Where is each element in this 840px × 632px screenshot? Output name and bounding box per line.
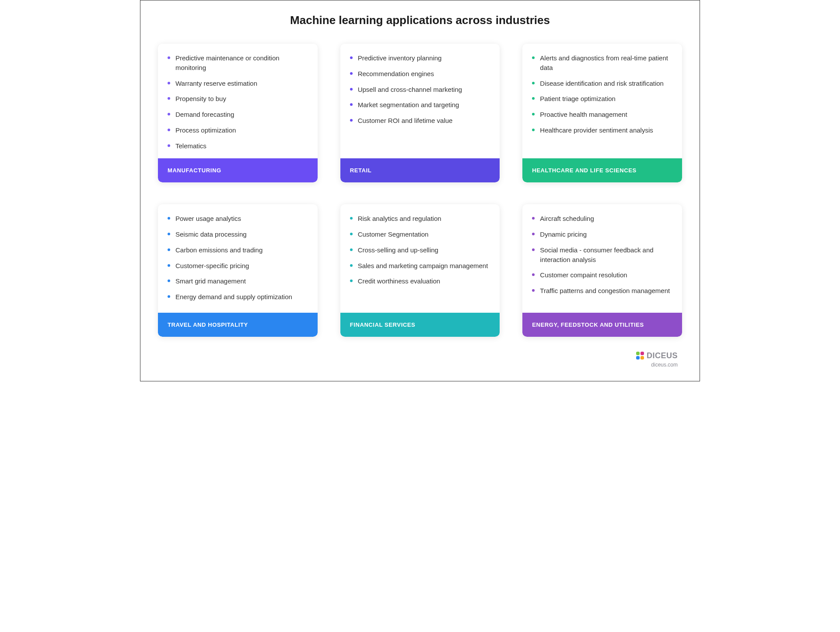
bullet-icon xyxy=(168,129,170,131)
list-item: Cross-selling and up-selling xyxy=(350,245,490,255)
list-item-text: Customer Segmentation xyxy=(358,230,429,238)
bullet-icon xyxy=(350,279,353,282)
brand-name: DICEUS xyxy=(647,351,678,360)
list-item: Warranty reserve estimation xyxy=(168,79,308,88)
list-item-text: Propensity to buy xyxy=(175,95,226,102)
list-item: Alerts and diagnostics from real-time pa… xyxy=(532,53,672,73)
list-item-text: Credit worthiness evaluation xyxy=(358,277,440,285)
bullet-icon xyxy=(168,279,170,282)
bullet-icon xyxy=(532,82,535,84)
list-item: Power usage analytics xyxy=(168,214,308,223)
list-item-text: Customer ROI and lifetime value xyxy=(358,117,453,124)
bullet-icon xyxy=(168,113,170,115)
list-item: Demand forecasting xyxy=(168,110,308,119)
list-item: Carbon emissions and trading xyxy=(168,245,308,255)
bullet-icon xyxy=(168,248,170,251)
card-list: Power usage analyticsSeismic data proces… xyxy=(168,214,308,302)
list-item-text: Demand forecasting xyxy=(175,111,234,118)
bullet-icon xyxy=(350,233,353,235)
list-item: Proactive health management xyxy=(532,110,672,119)
card-body: Predictive inventory planningRecommendat… xyxy=(340,44,500,158)
card-list: Predictive maintenance or condition moni… xyxy=(168,53,308,150)
bullet-icon xyxy=(532,129,535,131)
list-item-text: Customer compaint resolution xyxy=(540,271,627,279)
bullet-icon xyxy=(350,103,353,106)
bullet-icon xyxy=(168,56,170,59)
list-item: Social media - consumer feedback and int… xyxy=(532,245,672,265)
card: Predictive inventory planningRecommendat… xyxy=(340,44,500,182)
bullet-icon xyxy=(532,289,535,292)
list-item-text: Sales and marketing campaign management xyxy=(358,262,488,269)
list-item: Credit worthiness evaluation xyxy=(350,276,490,286)
bullet-icon xyxy=(350,119,353,122)
bullet-icon xyxy=(532,217,535,220)
card-body: Predictive maintenance or condition moni… xyxy=(158,44,318,158)
bullet-icon xyxy=(168,82,170,84)
card: Aircraft schedulingDynamic pricingSocial… xyxy=(522,204,682,337)
logo-dot-icon xyxy=(640,352,644,355)
list-item-text: Dynamic pricing xyxy=(540,230,587,238)
list-item-text: Energy demand and supply optimization xyxy=(175,293,292,300)
list-item: Risk analytics and regulation xyxy=(350,214,490,223)
list-item: Process optimization xyxy=(168,126,308,135)
list-item-text: Power usage analytics xyxy=(175,215,241,222)
card-footer-label: HEALTHCARE AND LIFE SCIENCES xyxy=(522,158,682,182)
card-list: Aircraft schedulingDynamic pricingSocial… xyxy=(532,214,672,296)
list-item-text: Telematics xyxy=(175,142,206,150)
list-item: Healthcare provider sentiment analysis xyxy=(532,126,672,135)
list-item: Energy demand and supply optimization xyxy=(168,292,308,302)
list-item-text: Alerts and diagnostics from real-time pa… xyxy=(540,54,668,71)
list-item-text: Smart grid management xyxy=(175,277,246,285)
bullet-icon xyxy=(350,264,353,267)
list-item-text: Aircraft scheduling xyxy=(540,215,594,222)
list-item: Telematics xyxy=(168,141,308,151)
list-item-text: Market segmentation and targeting xyxy=(358,101,459,108)
list-item-text: Patient triage optimization xyxy=(540,95,616,102)
logo-dot-icon xyxy=(640,356,644,360)
bullet-icon xyxy=(168,217,170,220)
list-item-text: Predictive inventory planning xyxy=(358,54,442,62)
bullet-icon xyxy=(350,56,353,59)
bullet-icon xyxy=(350,72,353,75)
bullet-icon xyxy=(532,233,535,235)
list-item: Seismic data processing xyxy=(168,230,308,239)
attribution: DICEUS diceus.com xyxy=(158,349,682,368)
card: Predictive maintenance or condition moni… xyxy=(158,44,318,182)
list-item-text: Process optimization xyxy=(175,126,236,134)
list-item: Customer Segmentation xyxy=(350,230,490,239)
list-item-text: Seismic data processing xyxy=(175,230,247,238)
bullet-icon xyxy=(532,56,535,59)
bullet-icon xyxy=(350,217,353,220)
list-item: Customer compaint resolution xyxy=(532,270,672,280)
list-item: Propensity to buy xyxy=(168,94,308,104)
list-item: Market segmentation and targeting xyxy=(350,100,490,110)
brand-logo: DICEUS xyxy=(636,351,678,360)
page-title: Machine learning applications across ind… xyxy=(158,14,682,27)
list-item-text: Cross-selling and up-selling xyxy=(358,246,438,254)
list-item-text: Traffic patterns and congestion manageme… xyxy=(540,287,670,294)
list-item-text: Predictive maintenance or condition moni… xyxy=(175,54,280,71)
list-item: Aircraft scheduling xyxy=(532,214,672,223)
card-body: Aircraft schedulingDynamic pricingSocial… xyxy=(522,204,682,313)
card-footer-label: FINANCIAL SERVICES xyxy=(340,313,500,337)
list-item-text: Proactive health management xyxy=(540,111,627,118)
card: Power usage analyticsSeismic data proces… xyxy=(158,204,318,337)
list-item-text: Risk analytics and regulation xyxy=(358,215,441,222)
logo-dot-icon xyxy=(636,352,640,355)
bullet-icon xyxy=(532,97,535,100)
card: Risk analytics and regulationCustomer Se… xyxy=(340,204,500,337)
bullet-icon xyxy=(168,144,170,147)
list-item-text: Healthcare provider sentiment analysis xyxy=(540,126,653,134)
bullet-icon xyxy=(168,295,170,298)
list-item-text: Upsell and cross-channel marketing xyxy=(358,86,462,93)
list-item-text: Customer-specific pricing xyxy=(175,262,249,269)
list-item: Traffic patterns and congestion manageme… xyxy=(532,286,672,296)
list-item: Customer ROI and lifetime value xyxy=(350,116,490,126)
card-body: Alerts and diagnostics from real-time pa… xyxy=(522,44,682,158)
bullet-icon xyxy=(532,273,535,276)
list-item-text: Carbon emissions and trading xyxy=(175,246,262,254)
card-body: Risk analytics and regulationCustomer Se… xyxy=(340,204,500,313)
card-list: Alerts and diagnostics from real-time pa… xyxy=(532,53,672,135)
list-item: Dynamic pricing xyxy=(532,230,672,239)
bullet-icon xyxy=(350,248,353,251)
